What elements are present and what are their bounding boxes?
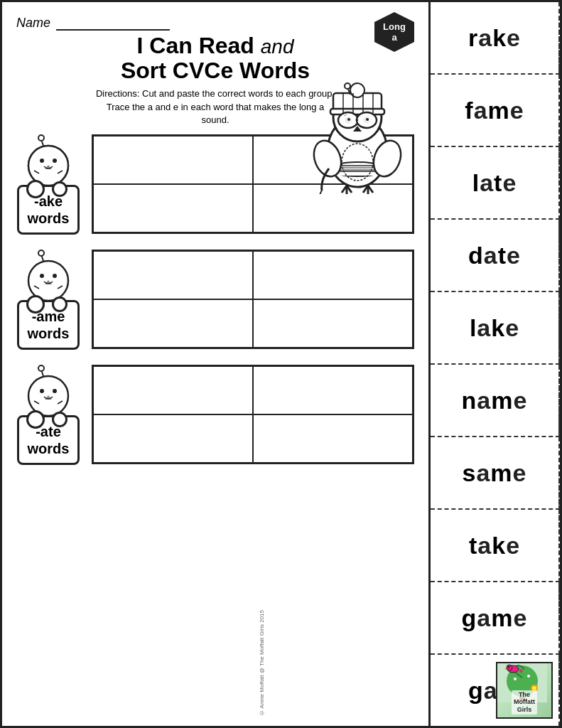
sort-cell[interactable] [253, 414, 413, 463]
word-strip-late[interactable]: late [431, 147, 560, 220]
svg-point-4 [350, 83, 364, 97]
svg-point-49 [40, 274, 44, 278]
logo-line1: The [514, 691, 535, 699]
sort-cell[interactable] [253, 299, 413, 348]
sort-cell[interactable] [93, 184, 253, 232]
name-line[interactable] [56, 15, 170, 31]
chick-ame: -ame words [16, 249, 80, 350]
word-strip-fame[interactable]: fame [431, 75, 560, 147]
word-strip-lake[interactable]: lake [431, 292, 560, 365]
svg-point-16 [347, 118, 350, 121]
svg-point-40 [38, 135, 44, 141]
moffatt-logo: The Moffatt Girls [496, 662, 553, 719]
sort-cell[interactable] [93, 251, 253, 299]
svg-point-50 [53, 274, 57, 278]
svg-point-73 [527, 675, 530, 678]
sort-cell[interactable] [93, 414, 253, 463]
sort-cell[interactable] [93, 136, 253, 184]
sort-grid-ame [92, 250, 414, 349]
word-strip-same[interactable]: same [431, 437, 560, 510]
word-card-ate: -ate words [17, 415, 80, 465]
sort-cell[interactable] [253, 366, 413, 414]
sort-cell[interactable] [93, 366, 253, 414]
word-card-ake: -ake words [17, 185, 80, 235]
svg-rect-3 [330, 109, 384, 114]
title-line1: I Can Read and [16, 33, 414, 58]
sort-cell[interactable] [93, 299, 253, 348]
chick-ate: -ate words [16, 364, 80, 465]
svg-point-42 [53, 159, 57, 163]
logo-line2: Moffatt [514, 698, 535, 706]
logo-line3: Girls [514, 706, 535, 714]
word-strip-name[interactable]: name [431, 365, 560, 437]
word-strip-game[interactable]: game [431, 582, 560, 655]
svg-point-58 [53, 389, 57, 393]
word-strip-take[interactable]: take [431, 510, 560, 582]
svg-point-56 [38, 365, 44, 371]
sort-grid-ate [92, 365, 414, 464]
sort-cell[interactable] [253, 251, 413, 299]
copyright: © Annie Moffatt @ The Moffatt Girls 2015 [259, 610, 265, 716]
svg-point-72 [514, 678, 517, 680]
right-sidebar: rake fame late date lake name same take … [428, 2, 560, 726]
svg-point-41 [40, 159, 44, 163]
name-label: Name [16, 16, 50, 31]
bird-illustration [308, 59, 407, 187]
name-row: Name [16, 15, 414, 31]
sort-section-ate: -ate words [16, 364, 414, 465]
svg-point-68 [508, 666, 510, 668]
svg-point-48 [38, 250, 44, 256]
word-strip-rake[interactable]: rake [431, 2, 560, 75]
sort-section-ame: -ame words [16, 249, 414, 350]
chick-ake: -ake words [16, 134, 80, 235]
word-card-ame: -ame words [17, 300, 80, 350]
directions: Directions: Cut and paste the correct wo… [94, 87, 336, 127]
svg-point-17 [366, 118, 369, 121]
word-strip-date[interactable]: date [431, 220, 560, 292]
svg-point-57 [40, 389, 44, 393]
svg-point-33 [345, 83, 350, 89]
